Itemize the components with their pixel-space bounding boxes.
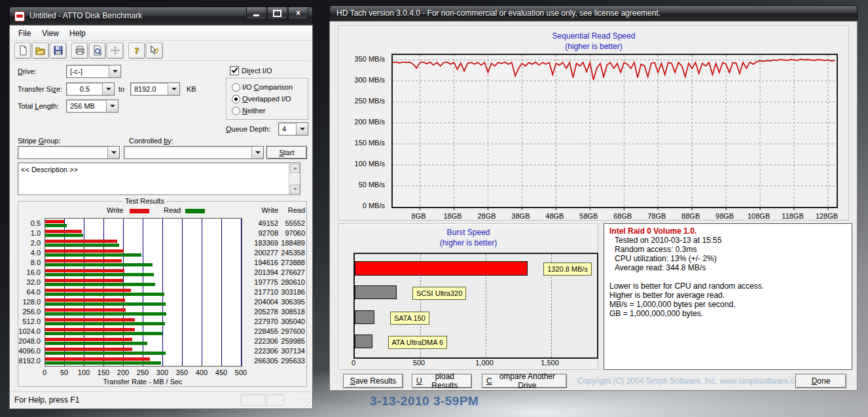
total-length-select[interactable]: 256 MB — [66, 100, 118, 113]
help-button[interactable]: ? — [128, 43, 145, 59]
upload-results-button[interactable]: Upload Results — [412, 374, 472, 388]
read-bar — [45, 352, 166, 355]
total-length-arrow[interactable] — [106, 100, 118, 112]
transfer-to-arrow[interactable] — [168, 83, 179, 95]
legend-write-label: Write — [107, 206, 123, 214]
grid-line — [182, 219, 183, 366]
print-preview-icon — [92, 45, 103, 56]
move-button[interactable] — [107, 43, 124, 59]
x-tick-label: 128GB — [816, 212, 838, 220]
queue-depth-select[interactable]: 4 — [278, 122, 308, 136]
read-value: 305040 — [281, 317, 305, 325]
hdtach-title-bar[interactable]: HD Tach version 3.0.4.0 - For non-commer… — [329, 5, 858, 22]
x-tick-label: 1,000 — [475, 359, 494, 367]
save-results-button[interactable]: Save Results — [343, 374, 403, 388]
x-tick-label: 150 — [98, 369, 109, 376]
x-tick-label: 88GB — [681, 212, 700, 220]
x-tick-label: 38GB — [511, 212, 530, 220]
scroll-down-icon[interactable] — [290, 185, 300, 194]
description-text: << Description >> — [21, 166, 78, 173]
burst-title: Burst Speed — [339, 228, 598, 237]
write-value: 217710 — [254, 288, 278, 296]
read-value: 55552 — [285, 219, 305, 227]
controlled-by-select[interactable] — [124, 146, 264, 159]
x-tick-label: 118GB — [782, 212, 803, 220]
description-scrollbar[interactable] — [289, 163, 300, 194]
start-button[interactable]: Start — [266, 146, 307, 159]
minimize-button[interactable] — [246, 7, 266, 20]
result-row-label: 1024.0 — [18, 327, 41, 335]
sequential-plot — [391, 54, 838, 208]
transfer-to-select[interactable]: 8192.0 — [130, 82, 180, 96]
radio-io-comparison-label: I/O Comparison — [242, 83, 293, 91]
atto-title-bar[interactable]: Untitled - ATTO Disk Benchmark × — [9, 7, 313, 26]
menu-view[interactable]: View — [42, 29, 59, 38]
transfer-from-arrow[interactable] — [102, 83, 114, 95]
drive-select[interactable]: [-c-] — [66, 65, 121, 78]
context-help-button[interactable]: ? — [146, 43, 163, 59]
write-value: 183369 — [254, 239, 278, 247]
y-tick-label: 100 MB/s — [355, 160, 385, 168]
y-tick-label: 200 MB/s — [355, 118, 385, 126]
new-file-button[interactable] — [14, 43, 31, 59]
read-bar — [45, 224, 67, 227]
transfer-size-label: Transfer Size: — [18, 85, 62, 93]
menu-file[interactable]: File — [18, 29, 31, 38]
read-value: 280610 — [281, 278, 305, 286]
x-tick-label: 28GB — [477, 212, 496, 220]
stripe-group-arrow[interactable] — [107, 147, 119, 158]
scroll-up-icon[interactable] — [290, 164, 300, 173]
close-button[interactable]: × — [288, 7, 308, 20]
queue-depth-arrow[interactable] — [296, 123, 308, 135]
read-value: 307134 — [281, 347, 305, 355]
sequential-title: Sequential Read Speed — [339, 31, 848, 41]
read-value: 97060 — [285, 229, 305, 237]
write-value: 227970 — [254, 317, 278, 325]
info-cpu-utilization: CPU utilization: 13% (+/- 2%) — [609, 254, 846, 263]
hdtach-window-title: HD Tach version 3.0.4.0 - For non-commer… — [336, 9, 660, 18]
bar-label-tag: 1320.8 MB/s — [543, 263, 592, 276]
controlled-by-arrow[interactable] — [251, 147, 263, 158]
write-bar — [45, 269, 124, 272]
description-box[interactable]: << Description >> — [18, 162, 300, 195]
read-value: 273888 — [281, 259, 305, 266]
read-bar — [45, 332, 162, 335]
done-button[interactable]: Done — [795, 374, 846, 388]
read-value: 276627 — [281, 268, 305, 276]
radio-neither[interactable] — [232, 107, 240, 115]
result-row-label: 4096.0 — [18, 347, 41, 355]
save-button[interactable] — [50, 43, 67, 59]
read-bar — [45, 283, 155, 286]
print-preview-button[interactable] — [89, 43, 106, 59]
burst-subtitle: (higher is better) — [339, 238, 598, 247]
transfer-from-select[interactable]: 0.5 — [66, 82, 115, 96]
info-average-read: Average read: 344.8 MB/s — [609, 263, 846, 272]
menu-help[interactable]: Help — [69, 29, 86, 38]
atto-status-bar: For Help, press F1 — [10, 391, 312, 408]
context-help-icon: ? — [149, 45, 160, 56]
copyright-text: Copyright (C) 2004 Simpli Software, Inc.… — [577, 376, 787, 386]
write-value: 197775 — [254, 278, 278, 286]
radio-io-comparison[interactable] — [232, 83, 240, 92]
y-tick-label: 150 MB/s — [355, 139, 385, 147]
compare-another-drive-button[interactable]: Compare Another Drive — [482, 374, 567, 388]
grid-line — [241, 219, 242, 366]
result-row-label: 4.0 — [31, 249, 41, 257]
drive-select-arrow[interactable] — [109, 65, 120, 77]
print-button[interactable] — [71, 43, 88, 59]
radio-overlapped-io[interactable] — [232, 95, 240, 103]
x-tick-label: 450 — [215, 369, 227, 376]
move-icon — [110, 45, 120, 56]
resize-grip[interactable] — [302, 398, 311, 407]
x-tick-label: 100 — [78, 369, 90, 376]
atto-window-title: Untitled - ATTO Disk Benchmark — [29, 11, 142, 20]
open-file-button[interactable] — [32, 43, 49, 59]
atto-app-icon — [14, 11, 25, 22]
result-row-label: 8.0 — [31, 259, 41, 266]
direct-io-checkbox[interactable] — [230, 66, 239, 75]
read-bar — [45, 322, 165, 325]
kb-label: KB — [187, 85, 196, 93]
maximize-button[interactable] — [267, 7, 287, 20]
bar-label-tag: SATA 150 — [390, 312, 429, 325]
stripe-group-select[interactable] — [18, 146, 120, 159]
